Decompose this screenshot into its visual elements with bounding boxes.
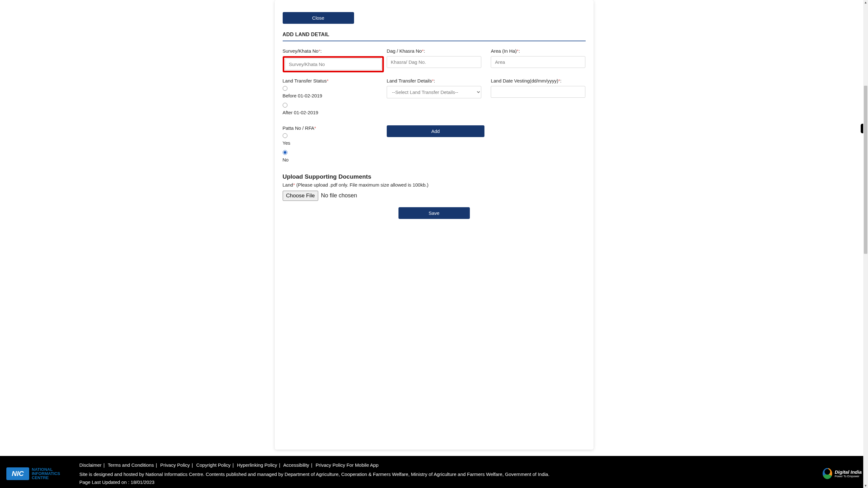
survey-label: Survey/Khata No*:	[283, 48, 377, 54]
add-button[interactable]: Add	[387, 125, 485, 137]
patta-label: Patta No / RFA*	[283, 125, 377, 131]
footer-links: Disclaimer| Terms and Conditions| Privac…	[79, 462, 801, 468]
footer-link-accessibility[interactable]: Accessibility	[283, 462, 309, 468]
area-label: Area (In Ha)*:	[491, 48, 585, 54]
footer-updated: Page Last Updated on : 18/01/2023	[79, 480, 801, 485]
scrollbar-track[interactable]: ▲ ▼	[863, 0, 868, 488]
footer-link-copyright[interactable]: Copyright Policy	[196, 462, 230, 468]
footer-link-mobile-privacy[interactable]: Privacy Policy For Mobile App	[316, 462, 378, 468]
scroll-down-icon[interactable]: ▼	[863, 483, 868, 488]
scroll-up-icon[interactable]: ▲	[863, 0, 868, 5]
transfer-details-select[interactable]: --Select Land Transfer Details--	[387, 86, 481, 98]
dag-input[interactable]	[387, 56, 481, 68]
footer-link-hyperlinking[interactable]: Hyperlinking Policy	[237, 462, 277, 468]
file-upload-row: Choose File No file chosen	[283, 191, 586, 201]
footer: NIC NATIONAL INFORMATICS CENTRE Disclaim…	[0, 456, 868, 488]
transfer-status-after-radio[interactable]	[283, 103, 287, 108]
save-button[interactable]: Save	[399, 207, 470, 219]
patta-yes-label: Yes	[283, 140, 290, 146]
form-row-2: Land Transfer Status* Before 01-02-2019 …	[283, 78, 586, 120]
survey-highlight-box	[283, 56, 384, 72]
vesting-input[interactable]	[491, 86, 585, 98]
nic-badge-icon: NIC	[6, 467, 29, 480]
vesting-label: Land Date Vesting(dd/mm/yyyy)*:	[491, 78, 585, 84]
form-row-3: Patta No / RFA* Yes No Add	[283, 125, 586, 167]
section-title-add-land: ADD LAND DETAIL	[283, 32, 586, 37]
transfer-status-label: Land Transfer Status*	[283, 78, 377, 84]
close-button[interactable]: Close	[283, 12, 354, 24]
transfer-status-before-radio[interactable]	[283, 86, 287, 91]
digital-india-logo: Digital India Power To Empower	[823, 468, 862, 479]
transfer-status-before-label: Before 01-02-2019	[283, 93, 322, 98]
dag-label: Dag / Khasra No*:	[387, 48, 481, 54]
file-status-text: No file chosen	[321, 192, 357, 199]
form-row-1: Survey/Khata No*: Dag / Khasra No*: Area…	[283, 48, 586, 72]
transfer-status-after-label: After 01-02-2019	[283, 110, 318, 115]
area-input[interactable]	[491, 56, 585, 68]
choose-file-button[interactable]: Choose File	[283, 191, 318, 201]
patta-no-radio[interactable]	[283, 150, 287, 155]
transfer-details-label: Land Transfer Details*:	[387, 78, 481, 84]
form-card: Close ADD LAND DETAIL Survey/Khata No*: …	[275, 0, 594, 450]
patta-no-label: No	[283, 157, 289, 162]
section-divider	[283, 41, 586, 41]
footer-description: Site is designed and hosted by National …	[79, 471, 801, 478]
survey-input[interactable]	[285, 58, 382, 70]
nic-logo: NIC NATIONAL INFORMATICS CENTRE	[6, 467, 60, 480]
upload-section-title: Upload Supporting Documents	[283, 173, 586, 180]
digital-india-icon	[823, 468, 832, 479]
patta-yes-radio[interactable]	[283, 133, 287, 138]
upload-hint: Land* (Please upload .pdf only. File max…	[283, 182, 586, 187]
footer-link-disclaimer[interactable]: Disclaimer	[79, 462, 101, 468]
footer-link-terms[interactable]: Terms and Conditions	[108, 462, 154, 468]
scrollbar-thumb[interactable]	[864, 86, 867, 254]
side-handle-icon[interactable]	[861, 124, 863, 133]
footer-link-privacy[interactable]: Privacy Policy	[160, 462, 190, 468]
